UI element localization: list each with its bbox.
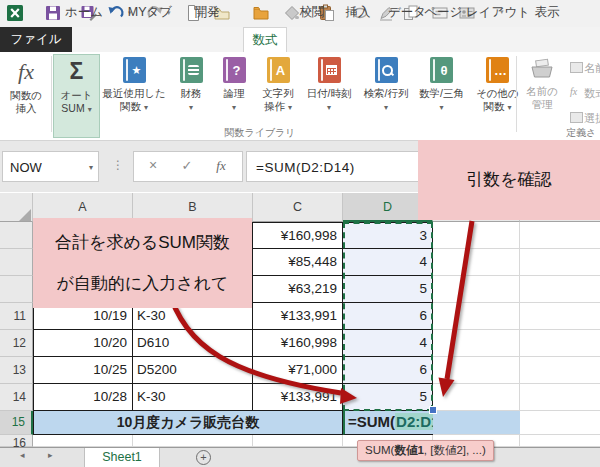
cell-c10[interactable]: ¥63,219 [253,276,343,303]
cell-f15[interactable] [520,411,600,435]
cell-c14[interactable]: ¥133,991 [253,384,343,411]
row-header[interactable] [0,276,33,303]
cell-c16[interactable] [253,435,343,447]
cell-e10[interactable] [433,276,520,303]
create-from-selection-label: 選択 [584,111,600,126]
cell-f13[interactable] [520,357,600,384]
tab-home[interactable]: ホーム [65,0,103,25]
row-header-15[interactable]: 15 [0,411,33,435]
row-header-16[interactable]: 16 [0,435,33,447]
save-icon[interactable] [44,4,62,22]
add-sheet-button[interactable]: + [196,450,211,465]
sheet-tab-sheet1[interactable]: Sheet1 [84,448,160,467]
date-time-button[interactable]: 日付/時刻 ▾ [301,55,357,114]
tab-page-layout[interactable]: ページ レイアウト [424,0,530,25]
cell-d8[interactable]: 3 [343,222,433,249]
tab-developer[interactable]: 開発 [195,0,220,25]
cell-e9[interactable] [433,249,520,276]
cell-e12[interactable] [433,330,520,357]
cell-a12[interactable]: 10/20 [33,330,133,357]
cell-b12[interactable]: D610 [133,330,253,357]
cancel-button[interactable]: × [140,151,166,182]
tab-data[interactable]: データ [388,0,426,25]
sheet-nav-left-icon[interactable]: ◂ [20,450,25,460]
recent-functions-button[interactable]: ★ 最近使用した 関数 ▾ [101,55,167,114]
cell-d14[interactable]: 5 [343,384,433,411]
merged-total-label-cell[interactable]: 10月度カメラ販売台数 [33,411,343,435]
autosum-button[interactable]: Σ オート SUM ▾ [54,55,99,137]
name-manager-icon [529,57,555,81]
cell-c9[interactable]: ¥85,448 [253,249,343,276]
row-header[interactable]: 12 [0,330,33,357]
insert-function-fx-button[interactable]: fx [208,151,234,182]
date-time-icon [318,57,341,83]
row-header[interactable] [0,222,33,249]
cell-c8[interactable]: ¥160,998 [253,222,343,249]
cell-f16[interactable] [520,435,600,447]
cell-f10[interactable] [520,276,600,303]
use-in-formula-icon: fx [570,86,577,97]
sheet-nav-right-icon[interactable]: ▸ [48,450,53,460]
text-functions-button[interactable]: A 文字列 操作 ▾ [255,55,301,114]
col-header-c[interactable]: C [253,193,343,222]
cell-c11[interactable]: ¥133,991 [253,303,343,330]
cell-d11[interactable]: 6 [343,303,433,330]
row-header[interactable]: 11 [0,303,33,330]
row-header[interactable]: 14 [0,384,33,411]
cell-e11[interactable] [433,303,520,330]
cell-b16[interactable] [133,435,253,447]
function-library-group-label: 関数ライブラリ [200,126,320,140]
name-box[interactable]: NOW ▾ [2,151,99,182]
excel-window: ▾ ▾ ▾ ▾ ファイル ホーム MYタブ 開発 数式 校閲 挿入 データ ペー… [0,0,600,467]
cell-f14[interactable] [520,384,600,411]
row-header[interactable]: 13 [0,357,33,384]
cell-f12[interactable] [520,330,600,357]
tab-mytab[interactable]: MYタブ [128,0,172,25]
cell-a16[interactable] [33,435,133,447]
name-box-dropdown[interactable]: ▾ [89,153,93,182]
cell-a13[interactable]: 10/25 [33,357,133,384]
tab-formulas[interactable]: 数式 [243,27,287,52]
create-from-selection-icon [570,112,583,123]
select-all-triangle [19,209,31,221]
cell-e8[interactable] [433,222,520,249]
enter-button[interactable]: ✓ [174,151,200,182]
folder-icon[interactable] [252,4,270,22]
cell-a14[interactable]: 10/28 [33,384,133,411]
cell-f9[interactable] [520,249,600,276]
more-functions-button[interactable]: … その他の 関数 ▾ [469,55,526,114]
cell-e15[interactable] [433,411,520,435]
lookup-reference-button[interactable]: 検索/行列 ▾ [358,55,414,114]
financial-button[interactable]: 財務 ▾ [169,55,213,114]
cell-d10[interactable]: 5 [343,276,433,303]
row-14: 14 10/28 K-30 ¥133,991 5 [0,384,600,411]
define-name-label: 名前 [584,61,600,76]
logical-button[interactable]: ? 論理 ▾ [214,55,254,114]
active-formula-cell[interactable]: =SUM(D2:D14) [343,411,433,435]
cell-b13[interactable]: D5200 [133,357,253,384]
cell-d9[interactable]: 4 [343,249,433,276]
fx-icon: fx [3,57,49,85]
cell-d13[interactable]: 6 [343,357,433,384]
tab-insert[interactable]: 挿入 [346,0,371,25]
formula-bar-splitter[interactable]: ⋮ [112,151,124,182]
row-header[interactable] [0,249,33,276]
cell-c13[interactable]: ¥71,000 [253,357,343,384]
cell-f8[interactable] [520,222,600,249]
tab-review[interactable]: 校閲 [300,0,325,25]
tab-view[interactable]: 表示 [535,0,560,25]
cell-b14[interactable]: K-30 [133,384,253,411]
function-screentip: SUM(数値1, [数値2], ...) [357,440,494,461]
math-trig-button[interactable]: θ 数学/三角 ▾ [414,55,469,114]
cell-d12[interactable]: 4 [343,330,433,357]
cell-e13[interactable] [433,357,520,384]
cell-c12[interactable]: ¥160,998 [253,330,343,357]
tab-file[interactable]: ファイル [0,27,72,52]
row-15: 15 10月度カメラ販売台数 =SUM(D2:D14) [0,411,600,435]
cell-f11[interactable] [520,303,600,330]
undo-icon[interactable] [107,4,125,22]
range-fill-handle[interactable] [429,406,437,414]
sigma-icon: Σ [54,57,99,85]
cell-e14[interactable] [433,384,520,411]
insert-function-button[interactable]: fx 関数の 挿入 [3,55,49,115]
